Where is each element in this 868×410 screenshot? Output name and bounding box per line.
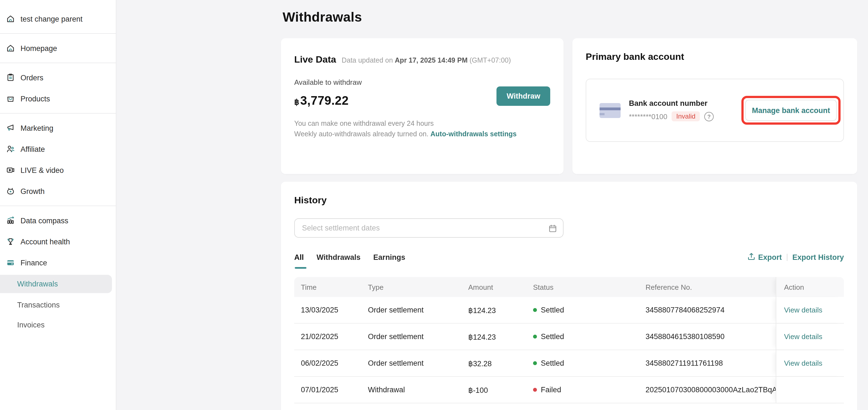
trophy-icon [6,237,15,246]
view-details-link[interactable]: View details [784,333,822,341]
manage-bank-account-button[interactable]: Manage bank account [745,100,837,121]
cell-type: Order settlement [368,359,468,367]
bank-account-number-label: Bank account number [629,99,714,107]
cell-type: Order settlement [368,306,468,314]
cell-status: Failed [533,386,646,394]
sidebar-item-test-change-parent[interactable]: test change parent [0,8,116,29]
status-dot [533,388,537,392]
status-dot [533,335,537,339]
sidebar-item-label: Affiliate [21,145,45,153]
cell-amount: ฿124.23 [468,306,533,314]
bag-icon [6,94,15,103]
cell-status: Settled [533,306,646,314]
status-text: Settled [541,359,564,367]
cell-amount: ฿32.28 [468,359,533,368]
sidebar-item-label: Homepage [21,44,57,52]
tab-all[interactable]: All [294,253,304,261]
calendar-icon[interactable] [549,224,557,235]
live-data-card: Live Data Data updated on Apr 17, 2025 1… [281,38,563,174]
cell-type: Order settlement [368,333,468,341]
cell-reference: 3458802711911761198 [646,359,776,367]
sidebar-item-label: LIVE & video [21,166,64,174]
tab-earnings[interactable]: Earnings [373,253,405,261]
cell-amount: ฿-100 [468,385,533,394]
sidebar-item-homepage[interactable]: Homepage [0,38,116,59]
cell-reference: 202501070300800003000AzLao2TBqAD [646,386,776,394]
growth-icon [6,187,15,196]
withdraw-button[interactable]: Withdraw [497,87,550,106]
auto-withdrawals-settings-link[interactable]: Auto-withdrawals settings [431,130,517,138]
cell-amount: ฿124.23 [468,332,533,341]
credit-card-icon [6,258,15,267]
sidebar-divider [0,63,116,63]
view-details-link[interactable]: View details [784,359,822,367]
sidebar-item-label: Growth [21,187,44,195]
sidebar-subitem-label: Invoices [17,320,44,329]
sidebar-item-finance[interactable]: Finance [0,252,116,273]
export-divider [787,254,787,261]
sidebar-item-account-health[interactable]: Account health [0,231,116,252]
status-text: Settled [541,333,564,341]
col-action: Action [776,277,844,297]
cell-reference: 3458807784068252974 [646,306,776,314]
sidebar-divider [0,33,116,34]
main-content: Withdrawals Live Data Data updated on Ap… [116,0,868,410]
cell-status: Settled [533,333,646,341]
sidebar-item-growth[interactable]: Growth [0,181,116,202]
sidebar-divider [0,113,116,114]
bank-account-box: Bank account number ********0100 Invalid… [586,79,844,142]
sidebar-item-marketing[interactable]: Marketing [0,118,116,138]
people-icon [6,145,15,154]
tab-withdrawals[interactable]: Withdrawals [317,253,361,261]
sidebar-item-transactions[interactable]: Transactions [0,295,116,315]
cell-time: 21/02/2025 [294,333,368,341]
cell-time: 07/01/2025 [294,386,368,394]
sidebar-item-affiliate[interactable]: Affiliate [0,138,116,160]
auto-withdrawal-note: Weekly auto-withdrawals already turned o… [294,130,429,138]
history-card: History All Withdrawals Earnings Export [281,182,857,410]
cell-status: Settled [533,359,646,367]
history-table: Time Type Amount Status Reference No. Ac… [294,277,844,403]
home-icon [6,44,15,53]
col-status: Status [533,283,646,291]
cell-time: 06/02/2025 [294,359,368,367]
live-data-title: Live Data [294,54,336,65]
table-row: 21/02/2025 Order settlement ฿124.23 Sett… [294,323,844,350]
cell-action: View details [776,297,844,323]
status-dot [533,361,537,365]
col-amount: Amount [468,283,533,291]
sidebar-item-data-compass[interactable]: Data compass [0,210,116,231]
col-type: Type [368,283,468,291]
bank-card-title: Primary bank account [586,52,684,63]
withdrawal-note-1: You can make one withdrawal every 24 hou… [294,119,550,129]
sidebar-item-label: Marketing [21,124,54,132]
cell-time: 13/03/2025 [294,306,368,314]
view-details-link[interactable]: View details [784,306,822,314]
sidebar-item-withdrawals[interactable]: Withdrawals [0,275,112,293]
sidebar-item-live-video[interactable]: LIVE & video [0,160,116,181]
sidebar-item-invoices[interactable]: Invoices [0,315,116,335]
sidebar-item-products[interactable]: Products [0,88,116,109]
invalid-status-badge: Invalid [672,112,700,121]
sidebar-subitem-label: Withdrawals [17,280,58,288]
export-history-button[interactable]: Export History [793,253,844,261]
settlement-dates-input[interactable] [295,219,563,237]
export-button[interactable]: Export [747,253,782,262]
amount-value: 3,779.22 [300,94,349,108]
sidebar-item-label: Orders [21,73,43,82]
cell-action: View details [776,350,844,376]
bank-card-icon [599,103,621,118]
sidebar-item-label: Data compass [21,216,68,225]
page-title: Withdrawals [283,9,858,25]
cell-type: Withdrawal [368,386,468,394]
export-label: Export [758,253,782,261]
clipboard-icon [6,73,15,82]
status-text: Failed [541,386,561,394]
bar-chart-icon [6,216,15,225]
sidebar-item-orders[interactable]: Orders [0,67,116,88]
help-icon[interactable]: ? [704,112,714,121]
summary-cards-row: Live Data Data updated on Apr 17, 2025 1… [281,38,858,174]
cell-action: View details [776,323,844,350]
sidebar-item-label: Account health [21,238,70,246]
megaphone-icon [6,124,15,132]
